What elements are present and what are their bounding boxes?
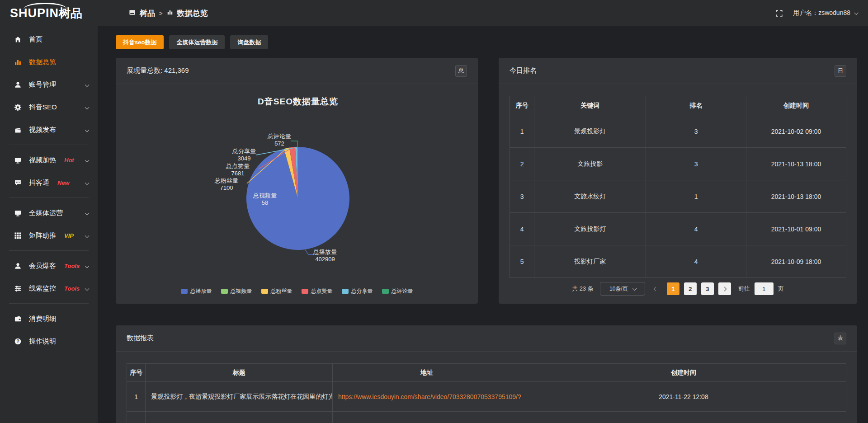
user-menu[interactable]: 用户名：zswodun88 xyxy=(793,9,857,17)
sidebar-item-label: 视频加热 xyxy=(29,156,56,164)
logo-arc-decoration xyxy=(24,3,67,9)
legend-label: 总播放量 xyxy=(190,287,212,295)
chat-icon xyxy=(14,179,22,187)
question-icon: ? xyxy=(14,337,22,345)
sidebar-item-12[interactable]: 消费明细 xyxy=(0,307,98,330)
sidebar-item-4[interactable]: 抖音SEO xyxy=(0,96,98,118)
sidebar-item-label: 消费明细 xyxy=(29,315,56,323)
rank-cell: 3 xyxy=(510,180,534,213)
sidebar-item-2[interactable]: 数据总览 xyxy=(0,51,98,73)
pie-label-name: 总分享量 xyxy=(224,148,264,155)
chevron-down-icon xyxy=(85,233,90,238)
member-icon xyxy=(14,262,22,270)
legend-item-总粉丝量[interactable]: 总粉丝量 xyxy=(261,287,292,295)
rank-cell: 文旅投影 xyxy=(534,148,646,180)
home-icon xyxy=(14,35,22,43)
legend-label: 总评论量 xyxy=(392,287,413,295)
page-button-3[interactable]: 3 xyxy=(701,282,714,295)
brand-logo[interactable]: SHUPIN树品 xyxy=(10,4,98,23)
legend-item-总分享量[interactable]: 总分享量 xyxy=(342,287,373,295)
top-header: SHUPIN树品 树品 > 数据总览 用户名：zswodun88 xyxy=(0,0,868,26)
rank-col-header: 创建时间 xyxy=(746,96,846,115)
legend-swatch xyxy=(382,289,389,294)
sidebar-item-9[interactable]: 矩阵助推VIP xyxy=(0,224,98,247)
rank-cell: 文旅水纹灯 xyxy=(534,180,646,213)
goto-prefix: 前往 xyxy=(738,285,750,293)
report-cell-index: 1 xyxy=(127,382,146,412)
tab-1[interactable]: 抖音seo数据 xyxy=(116,35,164,49)
sliders-icon xyxy=(14,284,22,292)
rank-table-row: 1景观投影灯32021-10-02 09:00 xyxy=(510,115,846,148)
pagination-total: 共 23 条 xyxy=(572,285,594,293)
pie-label-value: 58 xyxy=(245,199,285,207)
wallet-icon xyxy=(14,315,22,323)
pie-chart-canvas xyxy=(116,58,478,304)
tab-2[interactable]: 全媒体运营数据 xyxy=(169,35,225,49)
header-divider xyxy=(98,26,868,26)
rank-cell: 投影灯厂家 xyxy=(534,245,646,278)
sidebar-item-13[interactable]: ?操作说明 xyxy=(0,330,98,352)
chevron-down-icon xyxy=(85,127,90,132)
legend-item-总点赞量[interactable]: 总点赞量 xyxy=(302,287,333,295)
page-button-2[interactable]: 2 xyxy=(684,282,697,295)
prev-page-button[interactable] xyxy=(650,282,662,295)
grid-icon xyxy=(14,231,22,240)
sidebar-item-10[interactable]: 会员爆客Tools xyxy=(0,254,98,277)
app-root: SHUPIN树品 树品 > 数据总览 用户名：zswodun88 首页数据总览账… xyxy=(0,0,868,423)
sidebar-item-6[interactable]: 视频加热Hot xyxy=(0,149,98,171)
sidebar-item-badge: Hot xyxy=(64,157,74,164)
goto-suffix: 页 xyxy=(778,285,784,293)
page-button-1[interactable]: 1 xyxy=(667,282,679,295)
sidebar-item-11[interactable]: 线索监控Tools xyxy=(0,277,98,300)
sidebar-item-5[interactable]: 视频发布 xyxy=(0,118,98,141)
clapperboard-icon xyxy=(14,126,22,134)
legend-item-总评论量[interactable]: 总评论量 xyxy=(382,287,413,295)
day-view-badge[interactable]: 日 xyxy=(835,65,846,77)
pie-label-总视频量: 总视频量58 xyxy=(245,192,285,207)
display-icon xyxy=(14,209,22,217)
chevron-down-icon xyxy=(85,82,90,87)
chevron-right-icon xyxy=(722,287,727,291)
tab-3[interactable]: 询盘数据 xyxy=(230,35,268,49)
sidebar-item-8[interactable]: 全媒体运营 xyxy=(0,202,98,224)
pie-label-value: 7681 xyxy=(217,170,258,177)
impressions-chart-panel: 展现量总数: 421,369 总 D音SEO数据量总览 总播放量402909总视… xyxy=(116,58,478,304)
breadcrumb-root[interactable]: 树品 xyxy=(140,8,155,19)
rank-col-header: 序号 xyxy=(510,96,534,115)
report-cell-empty xyxy=(521,412,846,423)
sidebar-item-3[interactable]: 账号管理 xyxy=(0,73,98,96)
chevron-down-icon xyxy=(85,105,90,109)
table-view-badge[interactable]: 表 xyxy=(835,333,846,344)
today-rank-panel: 今日排名 日 序号关键词排名创建时间 1景观投影灯32021-10-02 09:… xyxy=(499,58,857,304)
legend-item-总视频量[interactable]: 总视频量 xyxy=(221,287,252,295)
fullscreen-icon[interactable] xyxy=(775,9,783,17)
next-page-button[interactable] xyxy=(718,282,731,295)
rank-panel-header: 今日排名 日 xyxy=(499,58,857,84)
breadcrumb-current[interactable]: 数据总览 xyxy=(177,8,208,19)
chevron-down-icon xyxy=(854,10,859,15)
rank-table-row: 5投影灯厂家42021-10-09 18:00 xyxy=(510,245,846,278)
sidebar-item-1[interactable]: 首页 xyxy=(0,28,98,51)
sidebar-divider xyxy=(9,145,89,145)
report-panel-header: 数据报表 表 xyxy=(116,325,857,352)
report-cell-created: 2021-11-22 12:08 xyxy=(521,382,846,412)
page-size-select[interactable]: 10条/页 xyxy=(600,282,645,296)
pie-label-总评论量: 总评论量572 xyxy=(259,133,300,147)
breadcrumb: 树品 > 数据总览 xyxy=(129,0,208,26)
sidebar-item-7[interactable]: 抖客通New xyxy=(0,171,98,194)
sidebar-divider xyxy=(9,250,89,251)
pie-label-总播放量: 总播放量402909 xyxy=(305,249,345,263)
rank-panel-title: 今日排名 xyxy=(509,66,537,75)
rank-cell: 2 xyxy=(510,148,534,180)
pie-label-name: 总粉丝量 xyxy=(206,177,247,184)
report-cell-title: 景观投影灯，夜游景观投影灯厂家展示展示落花灯在花园里的灯光投影应用效果 # xyxy=(146,382,333,412)
pie-label-总分享量: 总分享量3049 xyxy=(224,148,264,162)
pie-label-value: 402909 xyxy=(305,256,345,263)
goto-page-input[interactable] xyxy=(755,282,774,295)
legend-item-总播放量[interactable]: 总播放量 xyxy=(181,287,212,295)
legend-swatch xyxy=(221,289,228,294)
report-link[interactable]: https://www.iesdouyin.com/share/video/70… xyxy=(338,393,521,400)
rank-col-header: 关键词 xyxy=(534,96,646,115)
pie-label-name: 总点赞量 xyxy=(217,163,258,170)
rank-table: 序号关键词排名创建时间 1景观投影灯32021-10-02 09:002文旅投影… xyxy=(509,96,846,278)
